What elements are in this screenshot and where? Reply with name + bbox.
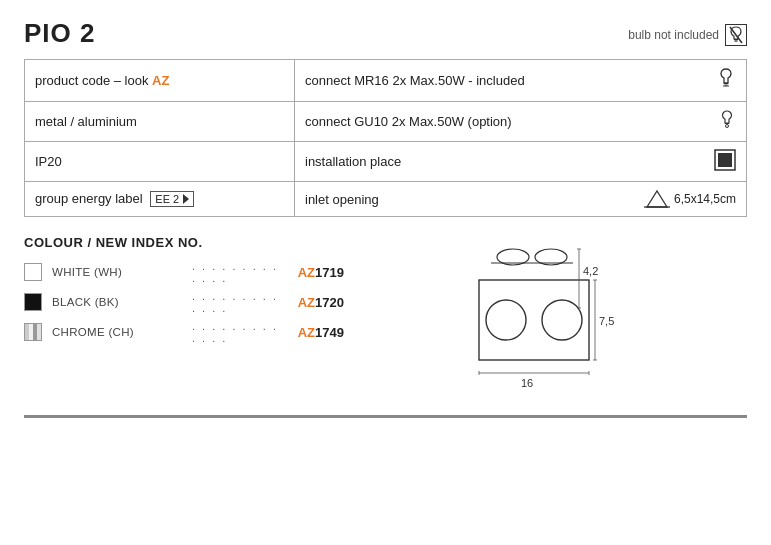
spec-row-3: IP20 installation place — [25, 142, 747, 182]
energy-badge: EE 2 — [150, 191, 194, 207]
spec-row-4: group energy label EE 2 inlet opening — [25, 182, 747, 217]
svg-rect-3 — [724, 83, 728, 84]
svg-point-7 — [726, 125, 729, 128]
mr16-bulb-icon — [716, 67, 736, 94]
svg-marker-10 — [647, 191, 667, 207]
gu10-bulb-icon — [718, 109, 736, 134]
swatch-black — [24, 293, 42, 311]
colour-section-title: COLOUR / NEW INDEX NO. — [24, 235, 344, 250]
colour-code-white: AZ1719 — [298, 265, 344, 280]
inlet-icon: 6,5x14,5cm — [644, 189, 736, 209]
dim-bottom-label: 16 — [520, 377, 532, 389]
colour-code-black: AZ1720 — [298, 295, 344, 310]
spec-value-3: installation place — [295, 142, 747, 182]
spec-value-cell-3: installation place — [305, 149, 736, 174]
product-title: PIO 2 — [24, 18, 95, 49]
spec-value-2: connect GU10 2x Max.50W (option) — [295, 102, 747, 142]
svg-point-16 — [486, 300, 526, 340]
colour-label-white: WHITE (WH) — [52, 266, 182, 278]
dim-side-label: 7,5 — [599, 315, 614, 327]
spec-value-text-2: connect GU10 2x Max.50W (option) — [305, 114, 512, 129]
spec-label-plain-4: group energy label — [35, 191, 146, 206]
spec-label-4: group energy label EE 2 — [25, 182, 295, 217]
energy-label-text: EE 2 — [155, 193, 179, 205]
num-white: 1719 — [315, 265, 344, 280]
num-black: 1720 — [315, 295, 344, 310]
swatch-chrome — [24, 323, 42, 341]
page-container: PIO 2 bulb not included product code – l… — [24, 18, 747, 418]
technical-diagram: 4,2 7,5 16 — [461, 235, 661, 395]
colour-row-black: BLACK (BK) . . . . . . . . . . . . . AZ1… — [24, 290, 344, 314]
spec-value-text-1: connect MR16 2x Max.50W - included — [305, 73, 525, 88]
dim-top-label: 4,2 — [583, 265, 598, 277]
spec-value-text-4: inlet opening — [305, 192, 379, 207]
bulb-not-included-icon — [725, 24, 747, 46]
az-black: AZ — [298, 295, 315, 310]
az-chrome: AZ — [298, 325, 315, 340]
svg-rect-15 — [479, 280, 589, 360]
spec-label-2: metal / aluminium — [25, 102, 295, 142]
colour-part: COLOUR / NEW INDEX NO. WHITE (WH) . . . … — [24, 235, 344, 344]
spec-label-orange-1: AZ — [152, 73, 169, 88]
bottom-section: COLOUR / NEW INDEX NO. WHITE (WH) . . . … — [24, 235, 747, 395]
spec-value-cell-1: connect MR16 2x Max.50W - included — [305, 67, 736, 94]
colour-code-chrome: AZ1749 — [298, 325, 344, 340]
side-view — [479, 280, 589, 360]
svg-rect-6 — [725, 123, 729, 124]
dots-black: . . . . . . . . . . . . . — [192, 290, 288, 314]
colour-row-white: WHITE (WH) . . . . . . . . . . . . . AZ1… — [24, 260, 344, 284]
header: PIO 2 bulb not included — [24, 18, 747, 49]
spec-value-4: inlet opening 6,5x14,5cm — [295, 182, 747, 217]
bulb-note: bulb not included — [628, 24, 747, 46]
install-place-icon — [714, 149, 736, 174]
dots-chrome: . . . . . . . . . . . . . — [192, 320, 288, 344]
spec-value-cell-2: connect GU10 2x Max.50W (option) — [305, 109, 736, 134]
svg-rect-4 — [725, 85, 728, 86]
swatch-white — [24, 263, 42, 281]
bulb-note-text: bulb not included — [628, 28, 719, 42]
spec-value-cell-4: inlet opening 6,5x14,5cm — [305, 189, 736, 209]
top-view — [491, 249, 573, 265]
az-white: AZ — [298, 265, 315, 280]
spec-value-1: connect MR16 2x Max.50W - included — [295, 60, 747, 102]
spec-label-3: IP20 — [25, 142, 295, 182]
spec-value-text-3: installation place — [305, 154, 401, 169]
spec-label-1: product code – look AZ — [25, 60, 295, 102]
svg-rect-0 — [734, 39, 738, 40]
bottom-border — [24, 415, 747, 418]
num-chrome: 1749 — [315, 325, 344, 340]
spec-row-1: product code – look AZ connect MR16 2x M… — [25, 60, 747, 102]
colour-items: WHITE (WH) . . . . . . . . . . . . . AZ1… — [24, 260, 344, 344]
colour-label-chrome: CHROME (CH) — [52, 326, 182, 338]
dots-white: . . . . . . . . . . . . . — [192, 260, 288, 284]
spec-label-plain-1: product code – look — [35, 73, 152, 88]
specs-table: product code – look AZ connect MR16 2x M… — [24, 59, 747, 217]
inlet-size-text: 6,5x14,5cm — [674, 192, 736, 206]
spec-row-2: metal / aluminium connect GU10 2x Max.50… — [25, 102, 747, 142]
svg-point-17 — [542, 300, 582, 340]
colour-label-black: BLACK (BK) — [52, 296, 182, 308]
svg-rect-9 — [718, 153, 732, 167]
svg-rect-1 — [735, 41, 738, 42]
bulb-crossed-icon — [729, 26, 743, 44]
diagram-part: 4,2 7,5 16 — [374, 235, 747, 395]
energy-arrow-icon — [183, 194, 189, 204]
colour-row-chrome: CHROME (CH) . . . . . . . . . . . . . AZ… — [24, 320, 344, 344]
